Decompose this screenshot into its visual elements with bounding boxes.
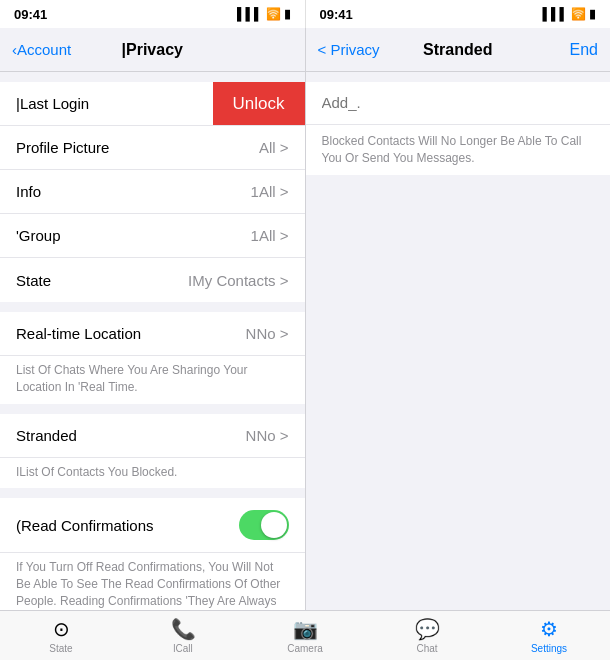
read-confirmations-group: (Read Confirmations If You Turn Off Read… (0, 498, 305, 610)
nav-title-right: Stranded (423, 41, 492, 59)
panel-right: Blocked Contacts Will No Longer Be Able … (306, 72, 611, 610)
time-left: 09:41 (14, 7, 47, 22)
main-content: |Last Login All > Ind › Unlock Profile P… (0, 72, 610, 610)
info-row[interactable]: Info 1All > (0, 170, 305, 214)
privacy-settings-group: |Last Login All > Ind › Unlock Profile P… (0, 82, 305, 302)
profile-picture-value: All > (259, 139, 289, 156)
chat-tab-label: Chat (416, 643, 437, 654)
panel-left: |Last Login All > Ind › Unlock Profile P… (0, 72, 306, 610)
nav-panel-left: ‹ Account |Privacy (0, 28, 306, 71)
signal-icon-right: ▌▌▌ (542, 7, 568, 21)
status-icons-left: ▌▌▌ 🛜 ▮ (237, 7, 291, 21)
tab-bar: ⊙ State 📞 lCall 📷 Camera 💬 Chat ⚙ Settin… (0, 610, 610, 660)
group-label: 'Group (16, 227, 61, 244)
nav-title-left: |Privacy (122, 41, 183, 59)
state-label: State (16, 272, 51, 289)
wifi-icon-right: 🛜 (571, 7, 586, 21)
read-confirmations-toggle[interactable] (239, 510, 289, 540)
tab-call[interactable]: 📞 lCall (122, 617, 244, 654)
realtime-location-group: Real-time Location NNo > List Of Chats W… (0, 312, 305, 404)
settings-tab-label: Settings (531, 643, 567, 654)
state-tab-icon: ⊙ (53, 617, 70, 641)
read-confirmations-desc: If You Turn Off Read Confirmations, You … (0, 553, 305, 610)
add-contact-row[interactable] (306, 82, 611, 125)
end-button[interactable]: End (570, 41, 598, 59)
camera-tab-icon: 📷 (293, 617, 318, 641)
chat-tab-icon: 💬 (415, 617, 440, 641)
nav-panel-right: < Privacy Stranded End (306, 28, 611, 71)
back-button-left[interactable]: ‹ Account (12, 41, 71, 58)
stranded-desc: IList Of Contacts You Blocked. (0, 458, 305, 489)
add-contact-input[interactable] (322, 94, 595, 111)
group-value: 1All > (251, 227, 289, 244)
camera-tab-label: Camera (287, 643, 323, 654)
last-login-label: |Last Login (16, 95, 89, 112)
status-bar-left: 09:41 ▌▌▌ 🛜 ▮ (0, 0, 306, 28)
blocked-contacts-group: Blocked Contacts Will No Longer Be Able … (306, 82, 611, 175)
stranded-value: NNo > (246, 427, 289, 444)
state-value: IMy Contacts > (188, 272, 288, 289)
signal-icon-left: ▌▌▌ (237, 7, 263, 21)
profile-picture-label: Profile Picture (16, 139, 109, 156)
stranded-row[interactable]: Stranded NNo > (0, 414, 305, 458)
call-tab-icon: 📞 (171, 617, 196, 641)
tab-camera[interactable]: 📷 Camera (244, 617, 366, 654)
realtime-location-text: NNo > (246, 325, 289, 342)
read-confirmations-row[interactable]: (Read Confirmations (0, 498, 305, 553)
blocked-contacts-hint: Blocked Contacts Will No Longer Be Able … (306, 125, 611, 175)
state-row[interactable]: State IMy Contacts > (0, 258, 305, 302)
realtime-location-value: NNo > (246, 325, 289, 342)
dual-status-bar: 09:41 ▌▌▌ 🛜 ▮ 09:41 ▌▌▌ 🛜 ▮ (0, 0, 610, 28)
toggle-knob (261, 512, 287, 538)
group-row[interactable]: 'Group 1All > (0, 214, 305, 258)
stranded-text: NNo > (246, 427, 289, 444)
call-tab-label: lCall (173, 643, 192, 654)
status-bar-right: 09:41 ▌▌▌ 🛜 ▮ (306, 0, 611, 28)
dual-nav-bar: ‹ Account |Privacy < Privacy Stranded En… (0, 28, 610, 72)
info-value: 1All > (251, 183, 289, 200)
tab-state[interactable]: ⊙ State (0, 617, 122, 654)
wifi-icon-left: 🛜 (266, 7, 281, 21)
realtime-location-desc: List Of Chats Where You Are Sharingo You… (0, 356, 305, 404)
back-button-right[interactable]: < Privacy (318, 41, 380, 58)
time-right: 09:41 (320, 7, 353, 22)
state-text: IMy Contacts > (188, 272, 288, 289)
last-login-row[interactable]: |Last Login All > Ind › Unlock (0, 82, 305, 126)
status-icons-right: ▌▌▌ 🛜 ▮ (542, 7, 596, 21)
profile-picture-row[interactable]: Profile Picture All > (0, 126, 305, 170)
unlock-button[interactable]: Unlock (213, 82, 305, 126)
info-label: Info (16, 183, 41, 200)
stranded-group: Stranded NNo > IList Of Contacts You Blo… (0, 414, 305, 489)
info-text: 1All > (251, 183, 289, 200)
back-label-right: < Privacy (318, 41, 380, 58)
back-label-left: Account (17, 41, 71, 58)
stranded-label: Stranded (16, 427, 77, 444)
realtime-location-label: Real-time Location (16, 325, 141, 342)
tab-settings[interactable]: ⚙ Settings (488, 617, 610, 654)
settings-tab-icon: ⚙ (540, 617, 558, 641)
realtime-location-row[interactable]: Real-time Location NNo > (0, 312, 305, 356)
group-text: 1All > (251, 227, 289, 244)
battery-icon-right: ▮ (589, 7, 596, 21)
read-confirmations-label: (Read Confirmations (16, 517, 154, 534)
tab-chat[interactable]: 💬 Chat (366, 617, 488, 654)
battery-icon-left: ▮ (284, 7, 291, 21)
profile-picture-text: All > (259, 139, 289, 156)
state-tab-label: State (49, 643, 72, 654)
